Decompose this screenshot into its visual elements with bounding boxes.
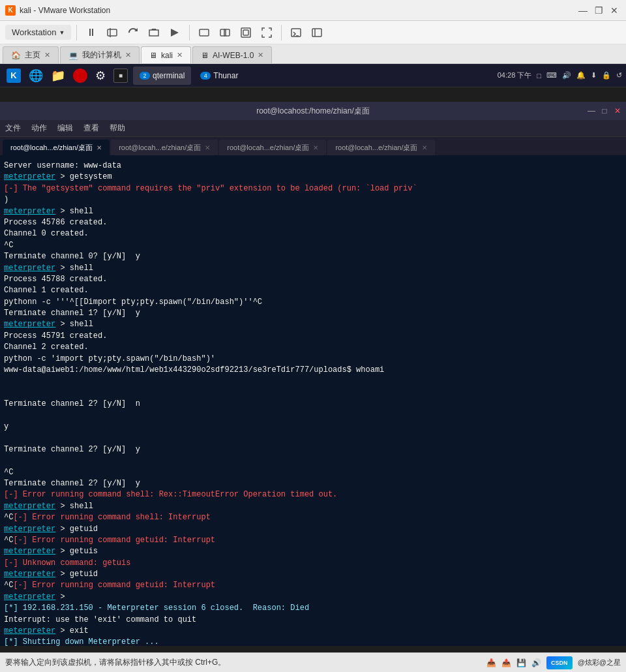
minimize-button[interactable]: — <box>576 4 589 17</box>
terminal-title: root@locahost:/home/zhian/桌面 <box>256 106 370 117</box>
terminal-tab-4-close[interactable]: ✕ <box>422 144 427 151</box>
terminal-tab-3-label: root@locah...e/zhian/桌面 <box>227 143 309 153</box>
taskbar-terminal-small[interactable]: ■ <box>111 67 130 85</box>
tab-aiweb-close[interactable]: ✕ <box>258 51 263 59</box>
taskbar-notif-icon[interactable]: 🔔 <box>576 71 586 80</box>
title-bar: K kali - VMware Workstation — ❐ ✕ <box>0 0 626 21</box>
taskbar: K 🌐 📁 ⚙ ■ 2 qterminal 4 Thunar 04:28 下午 … <box>0 64 626 87</box>
line-21 <box>4 388 622 399</box>
workstation-menu[interactable]: Workstation ▼ <box>5 25 71 40</box>
terminal-tabs: root@locah...e/zhian/桌面 ✕ root@locah...e… <box>0 137 626 155</box>
terminal-tab-4-label: root@locah...e/zhian/桌面 <box>335 143 417 153</box>
tab-aiweb-label: AI-WEB-1.0 <box>213 51 254 60</box>
terminal-minimize[interactable]: — <box>586 105 597 117</box>
taskbar-thunar[interactable]: 4 Thunar <box>194 67 245 85</box>
console-button[interactable] <box>287 23 305 42</box>
taskbar-lock-icon: 🔒 <box>602 71 611 80</box>
send-button[interactable] <box>166 23 184 42</box>
status-text: 要将输入定向到该虚拟机，请将鼠标指针移入其中或按 Ctrl+G。 <box>5 657 226 668</box>
line-2: meterpreter > getsystem <box>4 172 622 183</box>
vm-tabs-bar: 🏠 主页 ✕ 💻 我的计算机 ✕ 🖥 kali ✕ 🖥 AI-WEB-1.0 ✕ <box>0 44 626 64</box>
close-button[interactable]: ✕ <box>608 4 621 17</box>
tab-mycomputer-label: 我的计算机 <box>82 50 121 61</box>
terminal-close[interactable]: ✕ <box>612 105 623 117</box>
line-13: pythonn -c '''^[[Dimport pty;pty.spawn("… <box>4 297 622 308</box>
tab-kali[interactable]: 🖥 kali ✕ <box>141 46 191 63</box>
line-14: Terminate channel 1? [y/N] y <box>4 308 622 319</box>
terminal-tab-2[interactable]: root@locah...e/zhian/桌面 ✕ <box>111 140 218 155</box>
line-25 <box>4 433 622 444</box>
line-42: meterpreter > exit <box>4 626 622 637</box>
taskbar-files[interactable]: 📁 <box>48 67 68 85</box>
terminal-tab-2-label: root@locah...e/zhian/桌面 <box>119 143 201 153</box>
line-38: ^C[-] Error running command getuid: Inte… <box>4 580 622 591</box>
toolbar-separator <box>76 25 77 40</box>
svg-rect-9 <box>312 29 321 37</box>
taskbar-qterminal[interactable]: 2 qterminal <box>133 67 191 85</box>
terminal-output[interactable]: Server username: www-data meterpreter > … <box>0 155 626 646</box>
terminal-menu-action[interactable]: 动作 <box>31 123 47 134</box>
taskbar-refresh-icon[interactable]: ↺ <box>616 71 622 80</box>
line-3: [-] The "getsystem" command requires the… <box>4 183 622 194</box>
terminal-menu-view[interactable]: 查看 <box>83 123 99 134</box>
line-26: Terminate channel 2? [y/N] y <box>4 444 622 455</box>
fullscreen-button[interactable] <box>258 23 276 42</box>
line-41: Interrupt: use the 'exit' command to qui… <box>4 615 622 626</box>
tab-aiweb-icon: 🖥 <box>201 51 209 60</box>
svg-rect-3 <box>220 29 226 36</box>
tab-mycomputer[interactable]: 💻 我的计算机 ✕ <box>60 46 140 63</box>
line-19: www-data@aiweb1:/home/www/html/web1x4432… <box>4 365 622 376</box>
line-11: Process 45788 created. <box>4 274 622 285</box>
terminal-menu-help[interactable]: 帮助 <box>110 123 125 134</box>
taskbar-download-icon[interactable]: ⬇ <box>591 71 597 80</box>
window-btn2[interactable] <box>216 23 234 42</box>
tab-home-close[interactable]: ✕ <box>44 51 50 59</box>
svg-rect-4 <box>224 29 230 36</box>
terminal-menu-file[interactable]: 文件 <box>5 123 21 134</box>
snapshot-button[interactable] <box>145 23 163 42</box>
tab-aiweb[interactable]: 🖥 AI-WEB-1.0 ✕ <box>192 46 272 63</box>
app-icon: K <box>5 5 16 16</box>
toolbar-btn2[interactable] <box>103 23 121 42</box>
taskbar-kali-icon[interactable]: K <box>4 67 23 85</box>
line-15: meterpreter > shell <box>4 319 622 330</box>
line-43: [*] Shutting down Meterpreter ... <box>4 637 622 646</box>
taskbar-firefox[interactable]: 🌐 <box>26 67 46 85</box>
tab-mycomputer-close[interactable]: ✕ <box>125 51 131 59</box>
line-22: Terminate channel 2? [y/N] n <box>4 399 622 410</box>
taskbar-dot[interactable] <box>70 67 90 85</box>
window-btn1[interactable] <box>195 23 213 42</box>
tab-kali-icon: 🖥 <box>149 51 157 60</box>
tab-home[interactable]: 🏠 主页 ✕ <box>3 46 59 63</box>
taskbar-volume-icon[interactable]: 🔊 <box>562 71 571 80</box>
settings-btn[interactable] <box>308 23 326 42</box>
revert-button[interactable] <box>124 23 142 42</box>
line-34: ^C[-] Error running command getuid: Inte… <box>4 535 622 546</box>
dropdown-arrow: ▼ <box>59 29 65 36</box>
terminal-window: root@locahost:/home/zhian/桌面 — □ ✕ 文件 动作… <box>0 102 626 646</box>
svg-rect-7 <box>291 29 301 37</box>
line-4: ) <box>4 194 622 206</box>
terminal-menu-edit[interactable]: 编辑 <box>57 123 73 134</box>
suspend-button[interactable]: ⏸ <box>82 23 100 42</box>
tab-kali-close[interactable]: ✕ <box>177 51 183 59</box>
status-icons: 📥 📤 💾 🔊 CSDN @炫彩@之星 <box>486 656 621 669</box>
taskbar-setting[interactable]: ⚙ <box>93 67 108 85</box>
terminal-tab-2-close[interactable]: ✕ <box>205 144 210 151</box>
terminal-tab-3-close[interactable]: ✕ <box>313 144 318 151</box>
terminal-maximize[interactable]: □ <box>599 105 610 117</box>
line-10: meterpreter > shell <box>4 263 622 274</box>
terminal-tab-4[interactable]: root@locah...e/zhian/桌面 ✕ <box>327 140 434 155</box>
terminal-tab-1-close[interactable]: ✕ <box>97 144 102 151</box>
line-9: Terminate channel 0? [y/N] y <box>4 251 622 262</box>
window-btn3[interactable] <box>237 23 255 42</box>
line-27 <box>4 455 622 466</box>
clock-display: 04:28 下午 <box>498 70 532 80</box>
line-37: meterpreter > getuid <box>4 569 622 580</box>
maximize-button[interactable]: ❐ <box>592 4 605 17</box>
status-icon-1: 📥 <box>486 658 496 667</box>
terminal-tab-3[interactable]: root@locah...e/zhian/桌面 ✕ <box>219 140 326 155</box>
taskbar-keyboard-icon: ⌨ <box>546 71 557 80</box>
thunar-label: Thunar <box>213 71 238 80</box>
terminal-tab-1[interactable]: root@locah...e/zhian/桌面 ✕ <box>3 140 110 155</box>
